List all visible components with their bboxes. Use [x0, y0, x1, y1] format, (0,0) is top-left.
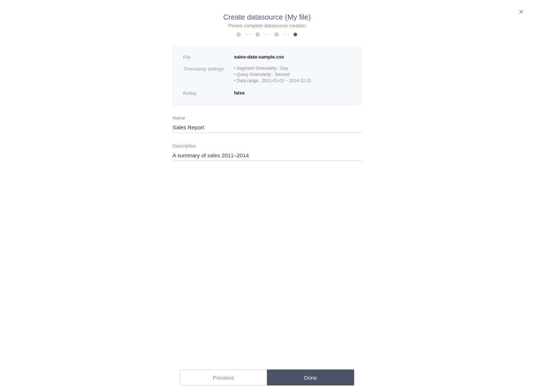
rollup-label: Rollup [183, 90, 234, 96]
close-icon: ✕ [518, 8, 524, 16]
timestamp-row: Timestamp settings Segment Granularity :… [183, 66, 351, 84]
file-label: File [183, 54, 234, 60]
name-label: Name [173, 115, 361, 121]
form-section: Name Description [173, 115, 361, 171]
step-4-dot [294, 33, 297, 36]
done-button[interactable]: Done [267, 369, 354, 385]
step-connector-2 [264, 35, 270, 35]
timestamp-bullet-3: Data range : 2011-01-01 ~ 2014-12-31 [234, 78, 311, 83]
step-3-dot [275, 33, 278, 36]
close-button[interactable]: ✕ [517, 7, 525, 17]
timestamp-label: Timestamp settings [183, 66, 234, 72]
description-label: Description [173, 143, 361, 149]
rollup-value: false [234, 90, 351, 96]
bottom-bar: Previous Done [0, 363, 534, 392]
step-connector-3 [283, 35, 289, 35]
rollup-row: Rollup false [183, 90, 351, 96]
file-value: sales-data-sample.csv [234, 54, 351, 60]
page-title: Create datasource (My file) [223, 13, 311, 21]
timestamp-bullets: Segment Granularity : Day Query Granular… [234, 66, 311, 84]
file-row: File sales-data-sample.csv [183, 54, 351, 60]
description-field-group: Description [173, 143, 361, 161]
step-connector-1 [245, 35, 251, 35]
main-container: Create datasource (My file) Please compl… [0, 0, 534, 171]
name-input[interactable] [173, 123, 361, 133]
step-2-dot [256, 33, 259, 36]
step-1-dot [237, 33, 240, 36]
stepper [237, 33, 297, 36]
previous-button[interactable]: Previous [180, 369, 267, 385]
name-field-group: Name [173, 115, 361, 133]
timestamp-bullet-1: Segment Granularity : Day [234, 66, 311, 71]
description-input[interactable] [173, 151, 361, 161]
page-subtitle: Please complete datasource creation [228, 23, 306, 28]
timestamp-bullet-2: Query Granularity : Second [234, 72, 311, 77]
summary-card: File sales-data-sample.csv Timestamp set… [173, 47, 361, 105]
